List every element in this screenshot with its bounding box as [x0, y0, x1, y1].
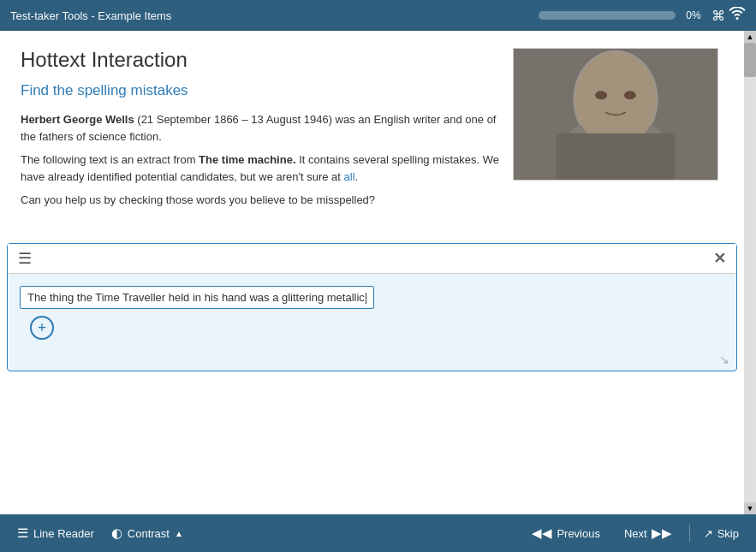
author-name: Herbert George Wells	[21, 113, 134, 126]
intro-text-3: Can you help us by checking those words …	[21, 192, 499, 209]
contrast-icon: ◐	[111, 525, 122, 541]
resize-handle[interactable]: ↘	[719, 353, 729, 366]
scroll-down-arrow[interactable]: ▼	[744, 502, 756, 514]
find-spelling: Find the spelling mistakes	[21, 82, 499, 99]
scroll-thumb[interactable]	[744, 43, 756, 77]
cursor	[366, 293, 366, 304]
wifi-icon: ⌘	[711, 7, 746, 24]
contrast-label: Contrast	[128, 527, 170, 540]
hamburger-icon[interactable]: ☰	[18, 249, 32, 268]
hottext-panel: ☰ ✕ The thing the Time Traveller held in…	[7, 243, 737, 371]
book-title: The time machine.	[199, 153, 295, 166]
toolbar-divider	[689, 525, 690, 542]
toolbar-left: ☰ Line Reader ◐ Contrast ▲	[10, 522, 190, 544]
intro-text-1: Herbert George Wells (21 September 1866 …	[21, 111, 499, 145]
contrast-arrow-icon: ▲	[175, 529, 183, 538]
scrollbar-track: ▲ ▼	[744, 31, 756, 514]
line-reader-label: Line Reader	[33, 527, 94, 540]
skip-label: Skip	[717, 527, 739, 540]
line-reader-icon: ☰	[17, 525, 28, 541]
next-label: Next	[624, 527, 647, 540]
toolbar-right: ◀◀ Previous Next ▶▶ ↗ Skip	[521, 522, 746, 544]
skip-icon: ↗	[704, 527, 713, 540]
progress-text: 0%	[686, 9, 700, 21]
next-button[interactable]: Next ▶▶	[614, 522, 682, 544]
portrait-area	[513, 48, 735, 216]
page-title: Hottext Interaction	[21, 48, 499, 72]
previous-label: Previous	[557, 527, 600, 540]
previous-button[interactable]: ◀◀ Previous	[521, 522, 610, 544]
hottext-input-text: The thing the Time Traveller held in his…	[27, 291, 365, 304]
hottext-panel-body: The thing the Time Traveller held in his…	[8, 274, 736, 371]
bottom-toolbar: ☰ Line Reader ◐ Contrast ▲ ◀◀ Previous N…	[0, 514, 756, 552]
app-title: Test-taker Tools - Example Items	[10, 9, 171, 22]
contrast-button[interactable]: ◐ Contrast ▲	[104, 522, 190, 544]
line-reader-button[interactable]: ☰ Line Reader	[10, 522, 101, 544]
hottext-panel-header: ☰ ✕	[8, 244, 736, 274]
content-left: Hottext Interaction Find the spelling mi…	[21, 48, 499, 216]
top-bar: Test-taker Tools - Example Items 0% ⌘	[0, 0, 756, 31]
add-button-area: +	[23, 316, 724, 340]
main-content: Hottext Interaction Find the spelling mi…	[0, 31, 756, 514]
add-button[interactable]: +	[30, 316, 54, 340]
content-area: Hottext Interaction Find the spelling mi…	[0, 31, 756, 216]
skip-button[interactable]: ↗ Skip	[697, 524, 746, 543]
close-icon[interactable]: ✕	[713, 249, 726, 268]
svg-rect-7	[514, 49, 717, 181]
content-scroll: Hottext Interaction Find the spelling mi…	[0, 31, 756, 514]
progress-bar	[539, 11, 676, 20]
scroll-up-arrow[interactable]: ▲	[744, 31, 756, 43]
hottext-input-box[interactable]: The thing the Time Traveller held in his…	[20, 286, 374, 309]
intro-2-pre: The following text is an extract from	[21, 153, 199, 166]
portrait-image	[513, 48, 718, 181]
next-icon: ▶▶	[652, 525, 672, 541]
previous-icon: ◀◀	[532, 525, 552, 541]
all-link[interactable]: all	[344, 170, 355, 183]
intro-text-2: The following text is an extract from Th…	[21, 151, 499, 185]
top-bar-right: 0% ⌘	[539, 7, 746, 24]
